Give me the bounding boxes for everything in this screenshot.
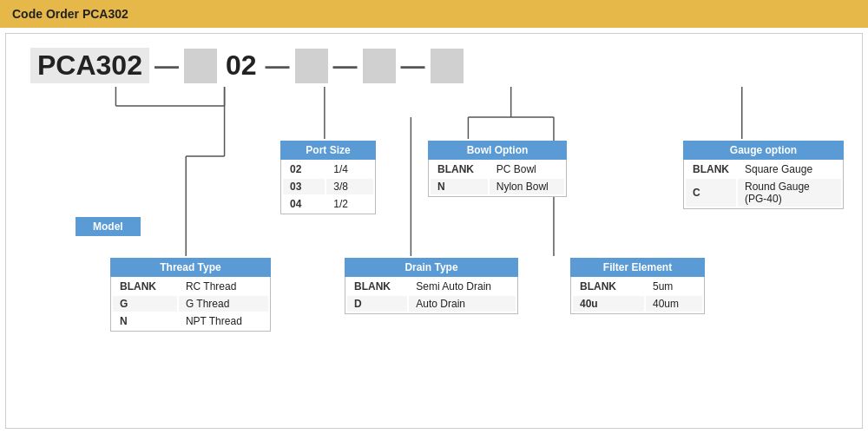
code-dash1: — (155, 52, 179, 80)
table-row: BLANK5um (573, 279, 702, 294)
gauge-option-label: Gauge option (683, 141, 844, 160)
port-size-table: 021/4 033/8 041/2 (280, 160, 376, 214)
thread-type-label: Thread Type (110, 258, 271, 277)
code-port: 02 (222, 48, 260, 83)
bowl-option-table: BLANKPC Bowl NNylon Bowl (428, 160, 567, 197)
filter-element-section: Filter Element BLANK5um 40u40um (570, 258, 705, 314)
drain-type-section: Drain Type BLANKSemi Auto Drain DAuto Dr… (345, 258, 518, 314)
code-box4 (431, 49, 464, 83)
table-row: BLANKSquare Gauge (686, 161, 841, 177)
port-size-section: Port Size 021/4 033/8 041/2 (280, 141, 376, 214)
code-box1 (184, 49, 217, 83)
main-container: PCA302 — 02 — — — (5, 33, 863, 429)
port-size-label: Port Size (280, 141, 376, 160)
drain-type-table: BLANKSemi Auto Drain DAuto Drain (345, 277, 518, 314)
code-dash2: — (266, 52, 290, 80)
table-row: BLANKRC Thread (113, 279, 268, 294)
thread-type-table: BLANKRC Thread GG Thread NNPT Thread (110, 277, 271, 332)
drain-type-label: Drain Type (345, 258, 518, 277)
table-row: CRound Gauge (PG-40) (686, 179, 841, 207)
page-header: Code Order PCA302 (0, 0, 868, 28)
code-box3 (363, 49, 396, 83)
gauge-option-table: BLANKSquare Gauge CRound Gauge (PG-40) (683, 160, 844, 209)
table-row: 033/8 (283, 179, 373, 194)
filter-element-table: BLANK5um 40u40um (570, 277, 705, 314)
bowl-option-label: Bowl Option (428, 141, 567, 160)
table-row: BLANKSemi Auto Drain (347, 279, 516, 294)
gauge-option-section: Gauge option BLANKSquare Gauge CRound Ga… (683, 141, 844, 209)
filter-element-label: Filter Element (570, 258, 705, 277)
table-row: BLANKPC Bowl (431, 161, 564, 177)
table-row: 041/2 (283, 196, 373, 212)
code-dash4: — (401, 52, 425, 80)
model-label: Model (76, 217, 141, 236)
table-row: NNylon Bowl (431, 179, 564, 194)
bowl-option-section: Bowl Option BLANKPC Bowl NNylon Bowl (428, 141, 567, 197)
code-dash3: — (333, 52, 358, 80)
thread-type-section: Thread Type BLANKRC Thread GG Thread NNP… (110, 258, 271, 332)
table-row: DAuto Drain (347, 296, 516, 312)
table-row: NNPT Thread (113, 313, 268, 329)
table-row: 021/4 (283, 161, 373, 177)
header-title: Code Order PCA302 (12, 7, 128, 21)
code-model: PCA302 (30, 48, 149, 83)
code-box2 (295, 49, 328, 83)
table-row: GG Thread (113, 296, 268, 312)
table-row: 40u40um (573, 296, 702, 312)
